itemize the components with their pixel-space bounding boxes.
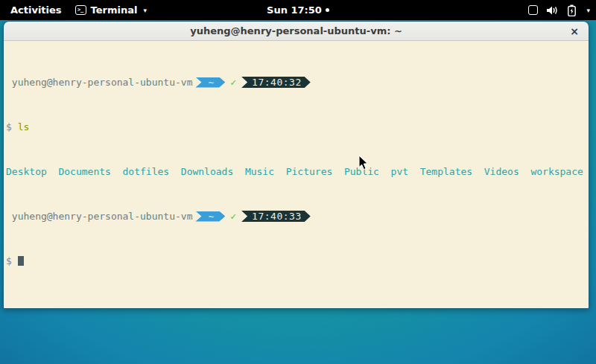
activities-button[interactable]: Activities	[7, 3, 65, 17]
command-line: $ ls	[6, 121, 587, 132]
gnome-top-bar: Activities >_ Terminal ▾ Sun 17:50	[0, 0, 596, 20]
prompt-time-badge: 17:40:33	[241, 211, 311, 222]
desktop-screen: Activities >_ Terminal ▾ Sun 17:50	[0, 0, 596, 364]
app-menu-terminal[interactable]: >_ Terminal ▾	[75, 4, 147, 16]
prompt-path-segment: ~	[195, 211, 225, 222]
battery-charging-icon	[568, 4, 576, 16]
terminal-window: yuheng@henry-personal-ubuntu-vm: ~ × yuh…	[3, 21, 589, 309]
current-input-line[interactable]: $	[6, 255, 587, 266]
chevron-down-icon: ▾	[143, 7, 147, 14]
prompt-line-1: yuheng@henry-personal-ubuntu-vm ~ ✓ 17:4…	[6, 77, 587, 88]
prompt-dollar: $	[6, 255, 12, 266]
terminal-icon: >_	[75, 5, 86, 15]
prompt-path-segment: ~	[195, 77, 225, 88]
system-status-menu[interactable]: ▾	[528, 0, 590, 20]
notification-dot-icon	[326, 8, 329, 12]
terminal-content[interactable]: yuheng@henry-personal-ubuntu-vm ~ ✓ 17:4…	[4, 41, 589, 308]
chevron-down-icon: ▾	[586, 7, 590, 14]
text-cursor	[18, 256, 24, 266]
close-icon[interactable]: ×	[566, 22, 583, 41]
volume-icon	[547, 5, 559, 16]
status-check-icon: ✓	[230, 77, 236, 88]
window-titlebar[interactable]: yuheng@henry-personal-ubuntu-vm: ~ ×	[4, 22, 589, 41]
clock-label: Sun 17:50	[267, 4, 322, 16]
prompt-user: yuheng@henry-personal-ubuntu-vm	[6, 77, 192, 88]
prompt-line-2: yuheng@henry-personal-ubuntu-vm ~ ✓ 17:4…	[6, 211, 587, 222]
typed-command: ls	[18, 121, 30, 132]
prompt-user: yuheng@henry-personal-ubuntu-vm	[6, 211, 192, 222]
ls-output: Desktop Documents dotfiles Downloads Mus…	[6, 166, 587, 177]
prompt-dollar: $	[6, 121, 12, 132]
app-menu-label: Terminal	[91, 4, 138, 16]
prompt-time-badge: 17:40:32	[241, 77, 311, 88]
clock-menu[interactable]: Sun 17:50	[267, 4, 329, 16]
window-title: yuheng@henry-personal-ubuntu-vm: ~	[190, 25, 402, 36]
status-check-icon: ✓	[230, 211, 236, 222]
screen-icon	[528, 5, 538, 15]
